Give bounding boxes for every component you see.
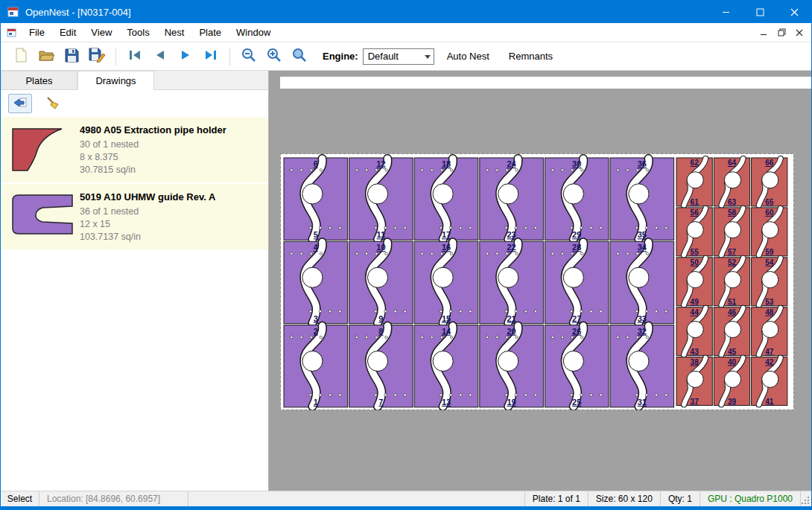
nav-first-button[interactable]	[122, 45, 148, 68]
nav-first-icon	[128, 50, 142, 63]
save-button[interactable]	[59, 45, 84, 68]
tab-plates[interactable]: Plates	[1, 71, 77, 89]
drawing-thumbnail-1	[8, 123, 80, 176]
svg-text:66: 66	[765, 159, 774, 167]
svg-text:2: 2	[314, 327, 318, 336]
svg-text:41: 41	[765, 398, 774, 406]
zoom-out-icon	[241, 48, 256, 65]
svg-text:63: 63	[728, 198, 737, 206]
left-panel: Plates Drawings	[1, 71, 269, 491]
mdi-restore-button[interactable]	[773, 25, 790, 41]
new-button[interactable]	[8, 45, 34, 68]
drawing-item-1[interactable]: 4980 A05 Extraction pipe holder 30 of 1 …	[1, 117, 268, 184]
menu-item-view[interactable]: View	[83, 24, 119, 41]
svg-text:30: 30	[572, 159, 581, 168]
drawing-size: 8 x 8.375	[80, 151, 264, 164]
nav-previous-icon	[154, 50, 166, 63]
svg-text:21: 21	[507, 314, 516, 323]
close-button[interactable]	[777, 1, 811, 23]
svg-text:59: 59	[765, 248, 774, 256]
plate-svg[interactable]: 6512111817242330293635431091615222128273…	[280, 153, 794, 410]
open-button[interactable]	[34, 45, 59, 68]
menu-item-nest[interactable]: Nest	[157, 24, 192, 41]
svg-text:5: 5	[314, 230, 318, 239]
svg-text:10: 10	[376, 243, 385, 252]
drawing-size: 12 x 15	[80, 218, 264, 231]
svg-text:60: 60	[765, 208, 774, 217]
svg-text:14: 14	[442, 327, 451, 336]
send-to-plate-button[interactable]	[8, 94, 32, 113]
minimize-button[interactable]	[708, 1, 743, 23]
drawing-area: 30.7815 sq/in	[80, 164, 264, 176]
svg-text:58: 58	[728, 208, 737, 217]
nav-next-button[interactable]	[173, 45, 198, 68]
chevron-down-icon	[425, 55, 431, 59]
menu-item-tools[interactable]: Tools	[119, 24, 156, 41]
drawing-area: 103.7137 sq/in	[80, 231, 264, 243]
svg-text:37: 37	[691, 398, 700, 406]
svg-text:46: 46	[728, 308, 737, 316]
nav-last-button[interactable]	[198, 45, 223, 68]
auto-nest-button[interactable]: Auto Nest	[440, 47, 496, 66]
svg-text:4: 4	[314, 243, 319, 252]
mdi-close-button[interactable]	[790, 25, 808, 41]
svg-text:38: 38	[691, 358, 700, 366]
svg-text:8: 8	[378, 327, 383, 336]
svg-text:39: 39	[728, 398, 737, 406]
nav-previous-button[interactable]	[148, 45, 173, 68]
clean-button[interactable]	[41, 94, 65, 113]
drawing-title: 4980 A05 Extraction pipe holder	[80, 124, 264, 136]
svg-text:50: 50	[691, 258, 700, 267]
maximize-button[interactable]	[743, 1, 777, 23]
svg-text:12: 12	[376, 159, 385, 168]
plate[interactable]: 6512111817242330293635431091615222128273…	[280, 153, 794, 410]
svg-text:13: 13	[442, 398, 451, 407]
resize-grip[interactable]	[801, 491, 811, 506]
drawing-list: 4980 A05 Extraction pipe holder 30 of 1 …	[1, 117, 268, 491]
svg-text:40: 40	[728, 358, 737, 366]
svg-text:18: 18	[442, 159, 451, 168]
svg-text:32: 32	[638, 327, 647, 336]
svg-text:27: 27	[572, 314, 581, 323]
zoom-out-button[interactable]	[236, 45, 261, 68]
svg-text:1: 1	[314, 398, 318, 407]
zoom-fit-button[interactable]	[287, 45, 312, 68]
tab-drawings-label: Drawings	[95, 75, 136, 86]
mdi-minimize-button[interactable]	[755, 25, 773, 41]
svg-text:34: 34	[638, 243, 647, 252]
menu-item-plate[interactable]: Plate	[191, 24, 229, 41]
svg-text:64: 64	[728, 159, 737, 167]
svg-text:45: 45	[728, 348, 737, 356]
svg-text:57: 57	[728, 248, 737, 256]
send-to-plate-arrow-icon	[13, 97, 28, 111]
svg-text:31: 31	[638, 398, 647, 407]
svg-text:48: 48	[765, 308, 774, 316]
svg-text:65: 65	[765, 198, 774, 206]
remnants-button[interactable]: Remnants	[502, 47, 559, 66]
svg-text:62: 62	[691, 159, 700, 167]
zoom-in-button[interactable]	[261, 45, 287, 68]
engine-dropdown[interactable]: Default	[363, 48, 434, 65]
app-window: OpenNest - [N0317-004] File Edit View To…	[0, 0, 812, 510]
svg-text:16: 16	[442, 243, 451, 252]
svg-text:28: 28	[572, 243, 581, 252]
tab-drawings[interactable]: Drawings	[77, 71, 154, 90]
menu-item-edit[interactable]: Edit	[52, 24, 83, 41]
menu-item-window[interactable]: Window	[229, 24, 278, 41]
engine-label: Engine:	[323, 51, 358, 62]
svg-text:7: 7	[378, 398, 383, 407]
svg-text:17: 17	[442, 230, 451, 239]
svg-text:6: 6	[314, 159, 318, 168]
menu-item-file[interactable]: File	[22, 24, 52, 41]
save-as-button[interactable]	[84, 45, 110, 68]
mdi-child-icon[interactable]	[7, 28, 17, 38]
status-bar: Select Location: [84.8696, 60.6957] Plat…	[1, 491, 811, 506]
nest-canvas[interactable]: 6512111817242330293635431091615222128273…	[269, 71, 811, 491]
drawings-toolbar	[1, 90, 268, 117]
location-readout: Location: [84.8696, 60.6957]	[39, 491, 188, 506]
plate-size: Size: 60 x 120	[589, 491, 661, 506]
svg-text:20: 20	[507, 327, 516, 336]
canvas-top-strip	[280, 77, 811, 89]
drawing-item-2[interactable]: 5019 A10 UHMW guide Rev. A 36 of 1 neste…	[1, 184, 268, 251]
tab-plates-label: Plates	[25, 75, 52, 86]
